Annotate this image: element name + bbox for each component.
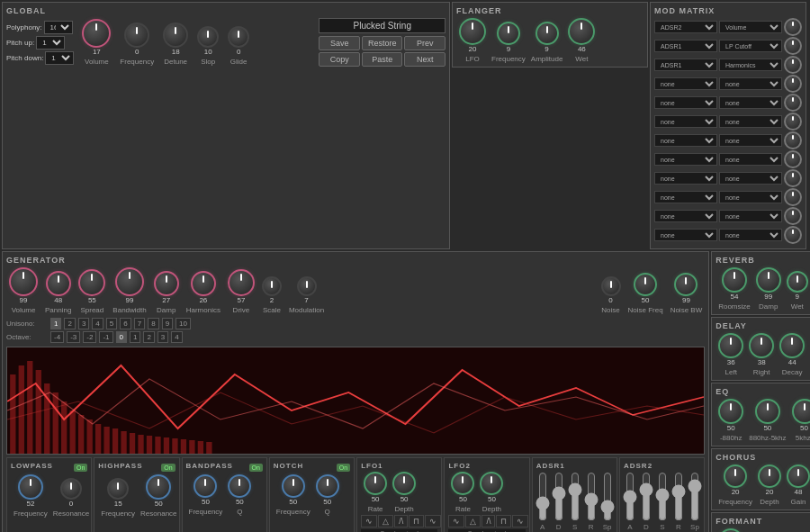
- adsr1-attack[interactable]: A: [536, 472, 549, 532]
- chorus-depth-knob[interactable]: 20 Depth: [758, 464, 781, 506]
- mod-knob-8[interactable]: [784, 169, 802, 187]
- gen-modulation-knob[interactable]: 7 Modulation: [289, 276, 324, 314]
- pitch-down-select[interactable]: 1: [45, 51, 74, 65]
- lfo2-wave-sin[interactable]: ∿: [448, 515, 464, 527]
- reverb-damp-knob[interactable]: 99 Damp: [756, 267, 781, 311]
- global-glide-knob[interactable]: 0 Glide: [228, 26, 249, 66]
- save-button[interactable]: Save: [319, 36, 360, 50]
- mod-dst-7[interactable]: none: [719, 153, 782, 166]
- unison-btn-6[interactable]: 6: [120, 318, 130, 329]
- mod-knob-10[interactable]: [784, 207, 802, 225]
- copy-button[interactable]: Copy: [319, 52, 360, 67]
- lfo2-wave-saw[interactable]: /\: [482, 515, 495, 527]
- mod-knob-1[interactable]: [784, 37, 802, 55]
- global-volume-knob[interactable]: 17 Volume: [82, 19, 111, 66]
- gen-volume-knob[interactable]: 99 Volume: [9, 267, 38, 314]
- lfo1-wave-tri[interactable]: △: [378, 515, 393, 527]
- highpass-on[interactable]: On: [161, 464, 175, 472]
- mod-dst-4[interactable]: none: [719, 96, 782, 109]
- lfo2-wave-rnd[interactable]: ∿: [512, 515, 528, 527]
- unison-btn-4[interactable]: 4: [92, 318, 103, 329]
- pitch-up-select[interactable]: 1: [36, 36, 65, 50]
- mod-dst-11[interactable]: none: [719, 229, 782, 241]
- unison-btn-9[interactable]: 9: [162, 318, 173, 329]
- mod-src-11[interactable]: none: [654, 229, 717, 241]
- octave-btn--2[interactable]: -2: [83, 331, 96, 343]
- paste-button[interactable]: Paste: [362, 52, 403, 67]
- delay-left-knob[interactable]: 36 Left: [718, 333, 743, 376]
- mod-dst-8[interactable]: none: [719, 172, 782, 185]
- gen-noise-freq-knob[interactable]: 50 Noise Freq: [628, 273, 663, 314]
- mod-dst-3[interactable]: none: [719, 77, 782, 90]
- bandpass-on[interactable]: On: [249, 464, 263, 472]
- bandpass-q-knob[interactable]: 50 Q: [228, 474, 251, 516]
- flanger-frequency-knob[interactable]: 9 Frequency: [491, 22, 526, 63]
- octave-btn-4[interactable]: 4: [171, 331, 182, 343]
- gen-bandwidth-knob[interactable]: 99 Bandwidth: [112, 267, 146, 314]
- lfo1-wave-sin[interactable]: ∿: [361, 515, 377, 527]
- global-frequency-knob[interactable]: 0 Frequency: [120, 23, 154, 66]
- lowpass-res-knob[interactable]: 0 Resonance: [53, 478, 89, 518]
- lfo2-rate-knob[interactable]: 50 Rate: [451, 472, 474, 513]
- mod-src-1[interactable]: ADSR1: [654, 40, 717, 52]
- global-slop-knob[interactable]: 10 Slop: [197, 26, 219, 66]
- delay-decay-knob[interactable]: 44 Decay: [779, 333, 805, 376]
- mod-knob-0[interactable]: [784, 18, 802, 36]
- reverb-wet-knob[interactable]: 9 Wet: [787, 271, 808, 311]
- adsr2-attack[interactable]: A: [624, 472, 636, 532]
- unison-btn-10[interactable]: 10: [176, 318, 191, 329]
- adsr2-sp[interactable]: Sp: [688, 472, 701, 532]
- formant-wet-knob[interactable]: 99 Wet: [718, 528, 743, 532]
- octave-btn--3[interactable]: -3: [67, 331, 80, 343]
- gen-noise-bw-knob[interactable]: 99 Noise BW: [670, 273, 703, 314]
- adsr1-release[interactable]: R: [585, 472, 598, 532]
- unison-btn-5[interactable]: 5: [106, 318, 117, 329]
- adsr2-decay[interactable]: D: [640, 472, 652, 532]
- bandpass-freq-knob[interactable]: 50 Frequency: [189, 474, 223, 516]
- unison-btn-7[interactable]: 7: [134, 318, 145, 329]
- lfo2-wave-tri[interactable]: △: [465, 515, 481, 527]
- mod-knob-3[interactable]: [784, 75, 802, 93]
- eq-mid-knob[interactable]: 50 880hz-5khz: [749, 399, 786, 442]
- octave-btn--1[interactable]: -1: [99, 331, 112, 343]
- adsr1-sp[interactable]: Sp: [601, 472, 614, 532]
- delay-right-knob[interactable]: 38 Right: [749, 333, 774, 376]
- mod-knob-11[interactable]: [784, 226, 802, 244]
- flanger-lfo-knob[interactable]: 20 LFO: [459, 18, 486, 63]
- restore-button[interactable]: Restore: [362, 36, 403, 50]
- lfo2-wave-sq[interactable]: ⊓: [496, 515, 511, 527]
- adsr1-decay[interactable]: D: [553, 472, 565, 532]
- octave-btn-2[interactable]: 2: [143, 331, 154, 343]
- mod-knob-2[interactable]: [784, 56, 802, 74]
- unison-btn-3[interactable]: 3: [78, 318, 89, 329]
- mod-dst-5[interactable]: none: [719, 115, 782, 128]
- highpass-freq-knob[interactable]: 15 Frequency: [101, 478, 135, 518]
- mod-src-6[interactable]: none: [654, 134, 717, 147]
- adsr2-sustain[interactable]: S: [656, 472, 669, 532]
- gen-drive-knob[interactable]: 57 Drive: [228, 269, 255, 314]
- flanger-wet-knob[interactable]: 46 Wet: [568, 18, 595, 63]
- mod-dst-10[interactable]: none: [719, 210, 782, 222]
- polyphony-select[interactable]: 16: [44, 21, 73, 34]
- mod-knob-9[interactable]: [784, 188, 802, 206]
- mod-dst-6[interactable]: none: [719, 134, 782, 147]
- octave-btn-3[interactable]: 3: [158, 331, 168, 343]
- gen-noise-knob[interactable]: 0 Noise: [601, 276, 621, 314]
- lfo1-wave-rnd[interactable]: ∿: [425, 515, 441, 527]
- global-detune-knob[interactable]: 18 Detune: [163, 23, 188, 66]
- octave-btn--4[interactable]: -4: [50, 331, 64, 343]
- lfo1-depth-knob[interactable]: 50 Depth: [392, 472, 416, 513]
- next-button[interactable]: Next: [404, 52, 446, 67]
- mod-dst-2[interactable]: Harmonics: [719, 59, 782, 71]
- mod-knob-6[interactable]: [784, 131, 802, 149]
- mod-src-4[interactable]: none: [654, 96, 717, 109]
- eq-high-knob[interactable]: 50 5khz-: [792, 399, 810, 442]
- prev-button[interactable]: Prev: [404, 36, 446, 50]
- chorus-frequency-knob[interactable]: 20 Frequency: [718, 464, 752, 506]
- octave-btn-1[interactable]: 1: [130, 331, 140, 343]
- gen-panning-knob[interactable]: 48 Panning: [45, 271, 71, 314]
- adsr1-sustain[interactable]: S: [569, 472, 581, 532]
- gen-damp-knob[interactable]: 27 Damp: [154, 271, 179, 314]
- unison-btn-8[interactable]: 8: [148, 318, 158, 329]
- lfo1-wave-sq[interactable]: ⊓: [409, 515, 424, 527]
